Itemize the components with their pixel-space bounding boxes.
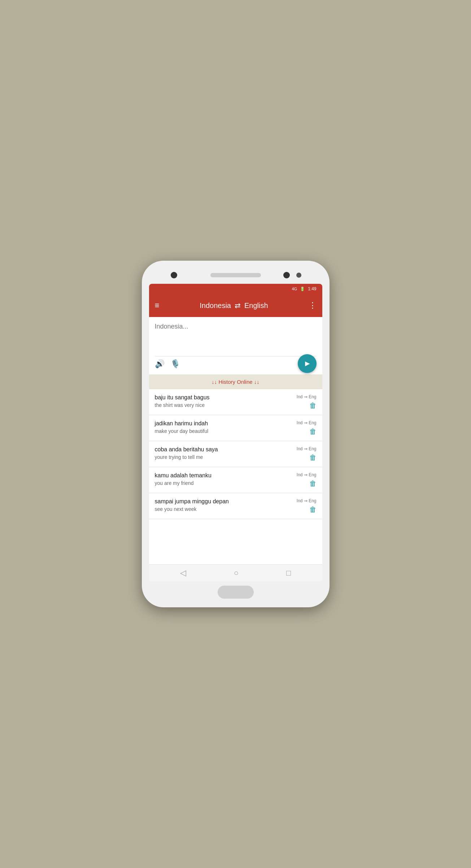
- history-item-meta: Ind ⇒ Eng 🗑: [288, 472, 317, 488]
- history-translated-text: make your day beautiful: [155, 428, 288, 434]
- battery-icon: 🔋: [300, 287, 305, 291]
- sound-icon[interactable]: 🔊: [155, 359, 165, 369]
- history-item: baju itu sangat bagus the shirt was very…: [149, 389, 322, 415]
- physical-home-button[interactable]: [218, 586, 254, 599]
- app-bar: ≡ Indonesia ⇄ English ⋮: [149, 294, 322, 317]
- delete-icon[interactable]: 🗑: [309, 428, 317, 436]
- history-item-text: sampai jumpa minggu depan see you next w…: [155, 498, 288, 512]
- history-item-meta: Ind ⇒ Eng 🗑: [288, 420, 317, 436]
- signal-icon: 4G: [292, 287, 297, 291]
- hamburger-menu-icon[interactable]: ≡: [155, 301, 160, 309]
- language-selector: Indonesia ⇄ English: [163, 301, 304, 310]
- history-translated-text: the shirt was very nice: [155, 402, 288, 408]
- history-section: ↓↓ History Online ↓↓ baju itu sangat bag…: [149, 374, 322, 564]
- send-arrow-icon: ►: [304, 359, 311, 368]
- lang-pair-label: Ind ⇒ Eng: [297, 498, 317, 503]
- delete-icon[interactable]: 🗑: [309, 505, 317, 514]
- history-translated-text: you are my friend: [155, 480, 288, 486]
- home-button-nav[interactable]: ○: [234, 568, 239, 578]
- delete-icon[interactable]: 🗑: [309, 479, 317, 488]
- speaker: [210, 273, 261, 277]
- sensor-dot: [283, 272, 290, 278]
- delete-icon[interactable]: 🗑: [309, 402, 317, 410]
- history-translated-text: see you next week: [155, 506, 288, 512]
- phone-bottom-hardware: [149, 581, 322, 600]
- history-original-text: kamu adalah temanku: [155, 472, 288, 479]
- history-header: ↓↓ History Online ↓↓: [149, 374, 322, 389]
- more-options-icon[interactable]: ⋮: [309, 301, 317, 310]
- microphone-icon[interactable]: 🎙️: [170, 359, 180, 369]
- send-button[interactable]: ►: [298, 354, 317, 373]
- history-item-meta: Ind ⇒ Eng 🗑: [288, 446, 317, 462]
- history-item-text: jadikan harimu indah make your day beaut…: [155, 420, 288, 434]
- history-item: jadikan harimu indah make your day beaut…: [149, 415, 322, 441]
- history-original-text: coba anda beritahu saya: [155, 446, 288, 453]
- history-original-text: jadikan harimu indah: [155, 420, 288, 427]
- history-item-meta: Ind ⇒ Eng 🗑: [288, 498, 317, 514]
- lang-pair-label: Ind ⇒ Eng: [297, 394, 317, 399]
- input-actions: 🔊 🎙️ ►: [155, 356, 317, 372]
- lang-pair-label: Ind ⇒ Eng: [297, 446, 317, 451]
- history-list: baju itu sangat bagus the shirt was very…: [149, 389, 322, 564]
- history-item: sampai jumpa minggu depan see you next w…: [149, 493, 322, 519]
- swap-languages-icon[interactable]: ⇄: [235, 301, 241, 310]
- bottom-nav: ◁ ○ □: [149, 564, 322, 581]
- history-item-text: baju itu sangat bagus the shirt was very…: [155, 394, 288, 408]
- phone-top-hardware: [149, 268, 322, 282]
- history-original-text: sampai jumpa minggu depan: [155, 498, 288, 505]
- source-language-label[interactable]: Indonesia: [200, 301, 231, 310]
- history-item: kamu adalah temanku you are my friend In…: [149, 467, 322, 493]
- history-original-text: baju itu sangat bagus: [155, 394, 288, 401]
- translation-input[interactable]: [155, 323, 317, 352]
- history-item-meta: Ind ⇒ Eng 🗑: [288, 394, 317, 410]
- recents-button[interactable]: □: [286, 568, 291, 578]
- back-button[interactable]: ◁: [180, 568, 186, 578]
- history-translated-text: youre trying to tell me: [155, 454, 288, 460]
- history-item: coba anda beritahu saya youre trying to …: [149, 441, 322, 467]
- history-item-text: coba anda beritahu saya youre trying to …: [155, 446, 288, 460]
- front-camera: [171, 272, 177, 278]
- input-area: 🔊 🎙️ ►: [149, 317, 322, 374]
- time-display: 1:49: [308, 286, 316, 291]
- delete-icon[interactable]: 🗑: [309, 453, 317, 462]
- status-bar: 4G 🔋 1:49: [149, 284, 322, 294]
- history-item-text: kamu adalah temanku you are my friend: [155, 472, 288, 486]
- lang-pair-label: Ind ⇒ Eng: [297, 420, 317, 425]
- lang-pair-label: Ind ⇒ Eng: [297, 472, 317, 477]
- phone-frame: 4G 🔋 1:49 ≡ Indonesia ⇄ English ⋮ 🔊 🎙️ ►: [142, 261, 330, 607]
- sensor-dot-2: [296, 273, 301, 278]
- screen: 4G 🔋 1:49 ≡ Indonesia ⇄ English ⋮ 🔊 🎙️ ►: [149, 284, 322, 581]
- target-language-label[interactable]: English: [244, 301, 268, 310]
